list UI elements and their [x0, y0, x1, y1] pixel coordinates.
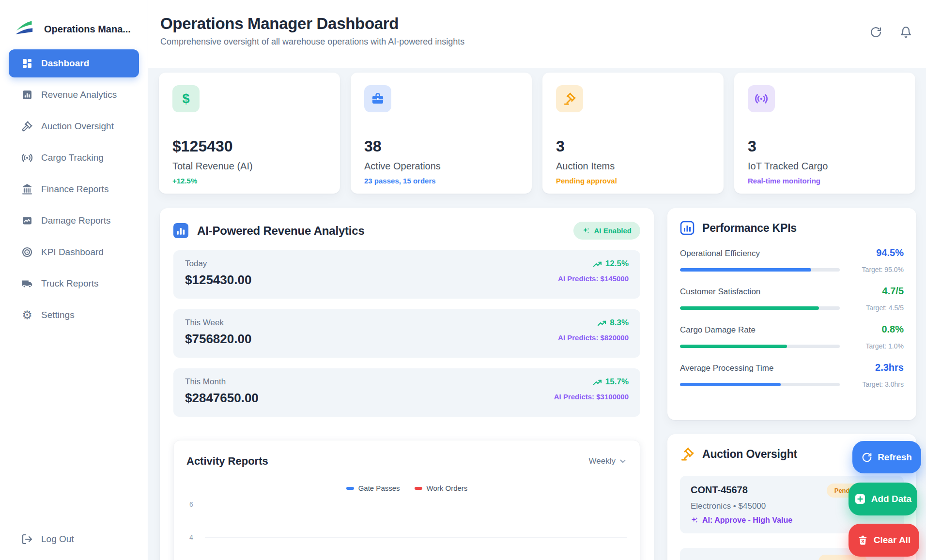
sidebar-item-label: Damage Reports — [41, 215, 111, 226]
stat-label: IoT Tracked Cargo — [748, 161, 902, 172]
kpi-chart-icon — [680, 221, 694, 235]
kpi-target: Target: 1.0% — [847, 342, 904, 350]
logout-button[interactable]: Log Out — [9, 525, 139, 553]
gavel-icon — [556, 85, 583, 112]
stat-card-auction-items: 3 Auction Items Pending approval — [542, 73, 724, 194]
sidebar-item-settings[interactable]: ⚙ Settings — [9, 301, 139, 329]
auction-ai-label: AI: Approve - High Value — [702, 516, 792, 525]
stat-card-active-operations: 38 Active Operations 23 passes, 15 order… — [351, 73, 532, 194]
activity-range-value: Weekly — [589, 456, 616, 466]
trend-up-icon — [593, 260, 602, 268]
sidebar-item-label: Cargo Tracking — [41, 152, 104, 163]
activity-reports-card: Activity Reports Weekly Gate Passes Work… — [173, 440, 640, 560]
broadcast-icon — [748, 85, 775, 112]
kpi-target: Target: 95.0% — [847, 266, 904, 273]
stat-sub: +12.5% — [172, 177, 326, 185]
trash-icon — [857, 535, 868, 546]
trend-up-icon — [593, 378, 602, 386]
stat-label: Active Operations — [364, 161, 518, 172]
revenue-period: Today — [185, 259, 251, 269]
sparkles-icon — [691, 516, 698, 524]
gavel-icon — [680, 447, 694, 461]
refresh-fab-button[interactable]: Refresh — [852, 441, 921, 473]
kpi-panel-title: Performance KPIs — [702, 222, 797, 235]
kpi-target: Target: 3.0hrs — [847, 380, 904, 388]
operations-dashboard-screen: Operations Mana... Dashboard Revenue Ana… — [0, 0, 926, 560]
add-data-fab-button[interactable]: Add Data — [849, 483, 917, 515]
kpi-value: 2.3hrs — [875, 362, 904, 373]
kpi-customer-satisfaction: Customer Satisfaction 4.7/5 Target: 4.5/… — [680, 286, 904, 312]
stat-sub: 23 passes, 15 orders — [364, 177, 518, 185]
sidebar-item-label: Dashboard — [41, 58, 89, 69]
refresh-icon — [862, 452, 872, 463]
kpi-value: 94.5% — [876, 247, 904, 258]
sidebar-item-label: Auction Oversight — [41, 121, 114, 132]
stat-value: $125430 — [172, 137, 326, 155]
stat-label: Total Revenue (AI) — [172, 161, 326, 172]
stat-value: 3 — [748, 137, 902, 155]
kpi-progress-fill — [680, 306, 819, 310]
ai-enabled-badge: AI Enabled — [573, 222, 640, 240]
kpi-progress-track — [680, 268, 840, 272]
revenue-analytics-panel: AI-Powered Revenue Analytics AI Enabled … — [160, 208, 654, 560]
chart-gridline — [205, 537, 627, 538]
sidebar-item-label: Settings — [41, 310, 75, 320]
sidebar-item-label: Revenue Analytics — [41, 90, 117, 100]
sidebar-item-truck-reports[interactable]: Truck Reports — [9, 270, 139, 298]
bank-icon — [21, 183, 33, 195]
revenue-amount: $756820.00 — [185, 332, 251, 347]
logout-icon — [21, 533, 33, 545]
activity-range-dropdown[interactable]: Weekly — [589, 456, 627, 466]
damage-image-icon — [21, 215, 33, 227]
kpi-progress-track — [680, 345, 840, 348]
sidebar-item-damage-reports[interactable]: Damage Reports — [9, 207, 139, 235]
page-subtitle: Comprehensive oversight of all warehouse… — [160, 37, 926, 47]
kpi-cargo-damage-rate: Cargo Damage Rate 0.8% Target: 1.0% — [680, 324, 904, 350]
kpi-progress-track — [680, 306, 840, 310]
bell-icon[interactable] — [899, 25, 912, 39]
sidebar-item-label: Finance Reports — [41, 184, 108, 195]
kpi-value: 0.8% — [881, 324, 904, 335]
sparkles-icon — [582, 227, 590, 235]
revenue-row-this-month: This Month $2847650.00 15.7% AI Predicts… — [173, 368, 640, 417]
revenue-ai-prediction: AI Predicts: $3100000 — [554, 393, 629, 401]
stat-cards-row: $ $125430 Total Revenue (AI) +12.5% 38 A… — [148, 73, 926, 194]
stat-sub: Real-time monitoring — [748, 177, 902, 185]
sidebar-item-label: Truck Reports — [41, 278, 99, 289]
kpi-progress-track — [680, 383, 840, 386]
kpi-label: Average Processing Time — [680, 363, 773, 373]
target-icon — [21, 246, 33, 258]
revenue-growth: 15.7% — [605, 377, 629, 387]
brand-logo-icon — [14, 18, 38, 40]
kpi-average-processing-time: Average Processing Time 2.3hrs Target: 3… — [680, 362, 904, 388]
gavel-icon — [21, 121, 33, 132]
stat-label: Auction Items — [556, 161, 710, 172]
legend-swatch — [415, 487, 422, 490]
sidebar-item-kpi-dashboard[interactable]: KPI Dashboard — [9, 238, 139, 266]
bar-chart-icon — [21, 89, 33, 101]
chart-legend: Gate Passes Work Orders — [186, 484, 627, 492]
sidebar-item-auction-oversight[interactable]: Auction Oversight — [9, 112, 139, 140]
clear-all-fab-button[interactable]: Clear All — [849, 524, 919, 557]
page-header: Operations Manager Dashboard Comprehensi… — [148, 0, 926, 68]
sidebar-item-finance-reports[interactable]: Finance Reports — [9, 175, 139, 203]
page-title: Operations Manager Dashboard — [160, 15, 926, 33]
truck-icon — [21, 278, 33, 289]
dollar-icon: $ — [172, 85, 200, 112]
legend-swatch — [346, 487, 354, 490]
legend-label: Gate Passes — [358, 484, 400, 492]
stat-value: 3 — [556, 137, 710, 155]
kpi-progress-fill — [680, 268, 811, 272]
sidebar-item-dashboard[interactable]: Dashboard — [9, 49, 139, 77]
sidebar-item-revenue-analytics[interactable]: Revenue Analytics — [9, 81, 139, 109]
sidebar: Operations Mana... Dashboard Revenue Ana… — [0, 0, 148, 560]
bar-chart-icon — [173, 223, 188, 238]
revenue-row-today: Today $125430.00 12.5% AI Predicts: $145… — [173, 250, 640, 299]
legend-label: Work Orders — [427, 484, 468, 492]
clear-all-fab-label: Clear All — [874, 535, 911, 545]
revenue-ai-prediction: AI Predicts: $145000 — [558, 274, 629, 283]
sidebar-item-cargo-tracking[interactable]: Cargo Tracking — [9, 144, 139, 172]
refresh-icon[interactable] — [869, 25, 882, 39]
kpi-label: Cargo Damage Rate — [680, 325, 756, 335]
gear-icon: ⚙ — [21, 309, 33, 321]
